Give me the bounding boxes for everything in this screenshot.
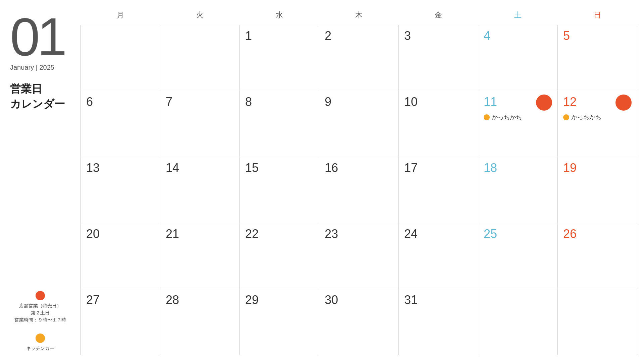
header-tue: 火 — [160, 7, 239, 25]
cell-26: 26 — [558, 223, 637, 289]
cell-20: 20 — [81, 223, 160, 289]
calendar-grid: 1 2 3 4 5 6 7 8 9 10 11 かっちかち 12 — [80, 25, 637, 355]
cell-w5d7 — [558, 289, 637, 355]
header-thu: 木 — [319, 7, 398, 25]
header-mon: 月 — [80, 7, 160, 25]
cell-8: 8 — [240, 91, 319, 157]
cell-11: 11 かっちかち — [478, 91, 558, 157]
cell-5: 5 — [558, 25, 637, 91]
calendar-title: 営業日 カレンダー — [10, 81, 70, 112]
cell-3: 3 — [399, 25, 478, 91]
cell-9: 9 — [319, 91, 399, 157]
header-sun: 日 — [558, 7, 637, 25]
legend: 店舗営業（特売日） 第２土日 営業時間：９時〜１７時 キッチンカー — [10, 291, 70, 352]
cell-23: 23 — [319, 223, 399, 289]
cell-6: 6 — [81, 91, 160, 157]
cell-18: 18 — [478, 157, 558, 223]
tokubai-dot-11 — [536, 95, 552, 111]
cell-29: 29 — [240, 289, 319, 355]
event-label-text-12: かっちかち — [571, 113, 601, 121]
cell-w1d2 — [160, 25, 240, 91]
cell-30: 30 — [319, 289, 399, 355]
cell-7: 7 — [160, 91, 240, 157]
cell-28: 28 — [160, 289, 240, 355]
cell-16: 16 — [319, 157, 399, 223]
kitchen-car-dot-11 — [484, 114, 490, 120]
kitchen-car-dot — [36, 334, 45, 343]
cell-w5d6 — [478, 289, 558, 355]
legend-tokubai: 店舗営業（特売日） 第２土日 営業時間：９時〜１７時 — [10, 291, 70, 323]
legend-kitchen-car: キッチンカー — [10, 334, 70, 352]
cell-1: 1 — [240, 25, 319, 91]
cell-w1d1 — [81, 25, 160, 91]
cell-13: 13 — [81, 157, 160, 223]
cell-15: 15 — [240, 157, 319, 223]
cell-24: 24 — [399, 223, 478, 289]
cell-31: 31 — [399, 289, 478, 355]
calendar-header: 月 火 水 木 金 土 日 — [80, 7, 637, 25]
tokubai-dot — [36, 291, 45, 300]
cell-22: 22 — [240, 223, 319, 289]
cell-12: 12 かっちかち — [558, 91, 637, 157]
cell-19: 19 — [558, 157, 637, 223]
month-year: January | 2025 — [10, 64, 70, 71]
cell-14: 14 — [160, 157, 240, 223]
tokubai-dot-12 — [615, 95, 632, 111]
event-label-text-11: かっちかち — [492, 113, 522, 121]
cell-25: 25 — [478, 223, 558, 289]
kitchen-car-dot-12 — [563, 114, 569, 120]
header-fri: 金 — [399, 7, 478, 25]
sidebar: 01 January | 2025 営業日 カレンダー 店舗営業（特売日） 第２… — [0, 0, 77, 362]
cell-21: 21 — [160, 223, 240, 289]
cell-10: 10 — [399, 91, 478, 157]
event-label-12: かっちかち — [563, 113, 601, 121]
event-label-11: かっちかち — [484, 113, 522, 121]
cell-2: 2 — [319, 25, 399, 91]
kitchen-car-label: キッチンカー — [26, 345, 54, 352]
month-number: 01 — [10, 10, 70, 64]
cell-27: 27 — [81, 289, 160, 355]
header-wed: 水 — [239, 7, 319, 25]
cell-17: 17 — [399, 157, 478, 223]
header-sat: 土 — [478, 7, 558, 25]
cell-4: 4 — [478, 25, 558, 91]
calendar-area: 月 火 水 木 金 土 日 1 2 3 4 5 6 7 8 9 10 11 かっ… — [77, 0, 644, 362]
tokubai-label: 店舗営業（特売日） 第２土日 営業時間：９時〜１７時 — [14, 302, 66, 323]
